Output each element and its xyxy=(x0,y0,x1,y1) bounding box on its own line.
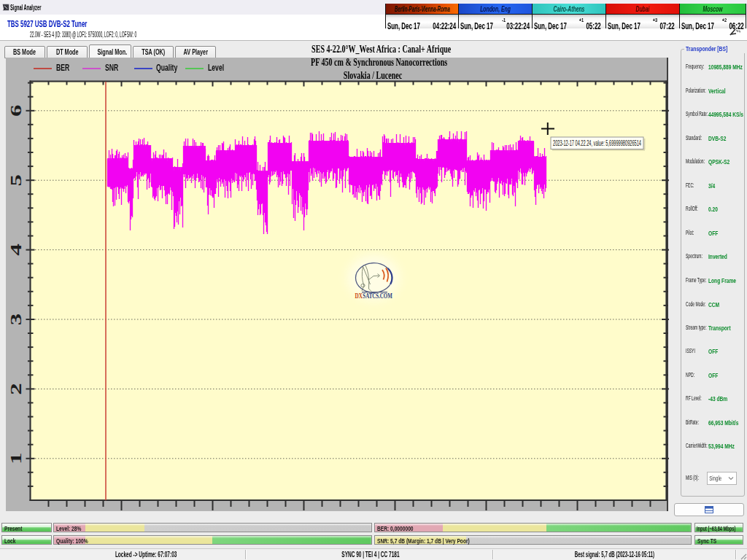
svg-text:2: 2 xyxy=(7,383,24,394)
svg-text:6: 6 xyxy=(7,105,24,117)
svg-text:4: 4 xyxy=(7,244,24,256)
svg-text:5: 5 xyxy=(7,174,24,186)
svg-text:1: 1 xyxy=(7,453,24,464)
svg-text:2023-12-17 04.22.24, value: 5,: 2023-12-17 04.22.24, value: 5,6999998092… xyxy=(553,139,641,147)
svg-text:SATCS.COM: SATCS.COM xyxy=(363,292,392,300)
svg-text:3: 3 xyxy=(7,314,24,326)
svg-text:DX: DX xyxy=(355,292,363,300)
